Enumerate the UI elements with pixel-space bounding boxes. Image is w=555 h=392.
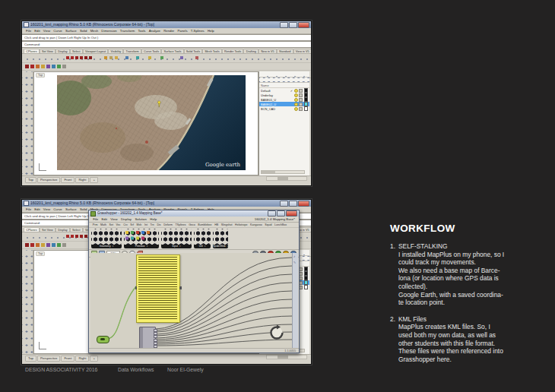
minimize-button[interactable]: [280, 22, 288, 28]
left-tool-sidebar[interactable]: [22, 71, 33, 175]
menu-item[interactable]: View: [42, 207, 52, 211]
toolbar-tab[interactable]: Render Tools: [222, 49, 244, 53]
toolbar-tab[interactable]: Viewport Layout: [83, 49, 109, 53]
palette-icons[interactable]: [213, 229, 228, 245]
secondary-toolbar-row[interactable]: [22, 63, 311, 71]
layer-color-swatch[interactable]: [304, 102, 309, 106]
layer-visibility-icon[interactable]: [294, 107, 298, 111]
menu-item[interactable]: T-Splines: [189, 29, 206, 33]
data-component[interactable]: [139, 327, 156, 348]
viewport-label[interactable]: Top: [36, 73, 45, 77]
titlebar[interactable]: Grasshopper - 160202_1.4 Mapping Base*: [89, 210, 299, 217]
layer-color-swatch[interactable]: [304, 285, 309, 289]
layer-row[interactable]: Default ✓: [259, 88, 309, 93]
minimize-button[interactable]: [280, 201, 288, 207]
menu-item[interactable]: Dimension: [100, 29, 119, 33]
menu-item[interactable]: Help: [148, 217, 158, 221]
viewport-tab[interactable]: Front: [61, 177, 75, 183]
grasshopper-canvas[interactable]: [90, 253, 292, 348]
category-tab[interactable]: Msh: [135, 223, 143, 226]
viewport-tab[interactable]: Front: [61, 356, 75, 362]
canvas-side-strip[interactable]: [292, 253, 298, 348]
category-tab[interactable]: Int: [143, 223, 149, 226]
menu-item[interactable]: Tools: [136, 29, 147, 33]
layers-scrollbar[interactable]: [261, 170, 305, 175]
toolbar-tab[interactable]: Set View: [40, 227, 56, 232]
layer-color-swatch[interactable]: [304, 276, 309, 280]
category-tab[interactable]: Dis: [156, 223, 163, 226]
layer-lock-icon[interactable]: [299, 89, 303, 93]
layer-visibility-icon[interactable]: [294, 89, 298, 93]
layer-row[interactable]: Underlay: [259, 93, 309, 97]
layer-color-swatch[interactable]: [304, 88, 309, 93]
viewport-tab[interactable]: Perspective: [37, 356, 60, 362]
viewport-scrollbar[interactable]: [266, 176, 307, 181]
viewport-tab[interactable]: Right: [75, 356, 89, 362]
viewport-tab[interactable]: Right: [75, 177, 89, 183]
toolbar-tab[interactable]: Transform: [123, 49, 141, 53]
maximize-button[interactable]: [277, 210, 285, 217]
command-input[interactable]: Command:: [22, 41, 311, 48]
menu-item[interactable]: Mesh: [89, 29, 100, 33]
menu-item[interactable]: Analyze: [147, 29, 162, 33]
toolbar-tab[interactable]: Set View: [40, 49, 56, 53]
category-tab[interactable]: LunchBox: [273, 223, 288, 226]
menu-item[interactable]: Curve: [52, 29, 64, 33]
layer-toolbar[interactable]: [259, 77, 309, 83]
layer-lock-icon[interactable]: [299, 103, 303, 106]
menu-item[interactable]: Curve: [52, 207, 64, 211]
category-tab[interactable]: Squid: [263, 223, 273, 226]
menu-item[interactable]: Solid: [78, 207, 89, 211]
menu-item[interactable]: Surface: [64, 29, 78, 33]
menu-item[interactable]: Display: [119, 217, 133, 221]
menu-item[interactable]: Render: [162, 29, 176, 33]
viewport-tab[interactable]: Top: [25, 177, 36, 183]
panel-tabs[interactable]: [259, 71, 309, 77]
category-tab[interactable]: Math: [99, 223, 108, 226]
barcelona-satellite-map[interactable]: Google earth: [57, 75, 246, 170]
layer-row[interactable]: BASE02_U: [259, 102, 309, 106]
titlebar[interactable]: 160201_kml_mapping Rhino 5.0 KB (Rhinoce…: [22, 21, 311, 28]
loop-widget-icon[interactable]: [268, 324, 285, 341]
menu-item[interactable]: File: [24, 29, 33, 33]
category-tab[interactable]: Srf: [129, 223, 135, 226]
menu-item[interactable]: Edit: [33, 207, 42, 211]
palette-group-label[interactable]: Primitive▾: [124, 245, 159, 249]
layer-row[interactable]: BASE01_U: [259, 97, 309, 102]
viewport-scrollbar[interactable]: [266, 355, 307, 359]
category-tab[interactable]: Crv: [122, 223, 128, 226]
maximize-button[interactable]: [289, 201, 297, 207]
close-button[interactable]: [298, 22, 309, 28]
boolean-toggle-component[interactable]: [97, 336, 109, 343]
category-tab[interactable]: Bumblebee: [197, 223, 214, 226]
category-tab[interactable]: Slingshot: [220, 223, 233, 226]
category-tab[interactable]: Set: [108, 223, 115, 226]
toolbar-tab[interactable]: Solid Tools: [184, 49, 203, 53]
menu-item[interactable]: File: [91, 217, 100, 221]
menu-item[interactable]: Edit: [100, 217, 109, 221]
layer-visibility-icon[interactable]: [294, 103, 298, 106]
toolbar-tab[interactable]: Drafting: [243, 49, 258, 53]
toolbar-tab[interactable]: Standard: [277, 49, 293, 53]
toolbar-tab[interactable]: Display: [56, 227, 70, 232]
menu-item[interactable]: File: [24, 207, 33, 211]
close-button[interactable]: [298, 201, 309, 207]
category-tab[interactable]: HB: [213, 223, 220, 226]
layer-color-swatch[interactable]: [304, 97, 309, 102]
toolbar-tab[interactable]: New in V5: [258, 49, 277, 53]
toolbar-tab[interactable]: Curve Tools: [141, 49, 161, 53]
kml-paths-panel[interactable]: [136, 254, 180, 323]
top-viewport[interactable]: Top: [33, 71, 258, 175]
menu-item[interactable]: Panels: [176, 29, 189, 33]
menu-item[interactable]: Help: [206, 29, 216, 33]
palette-icons[interactable]: [124, 229, 159, 245]
layer-lock-icon[interactable]: [299, 98, 303, 102]
palette-group-label[interactable]: Input▾: [161, 245, 192, 249]
category-tab[interactable]: Kangaroo: [249, 223, 263, 226]
layer-color-swatch[interactable]: [304, 106, 309, 111]
palette-icons[interactable]: [161, 229, 192, 245]
menu-item[interactable]: Transform: [119, 29, 137, 33]
viewport-tab[interactable]: +: [90, 356, 98, 362]
layer-color-swatch[interactable]: [304, 267, 309, 271]
toolbar-tab[interactable]: Select: [70, 49, 83, 53]
